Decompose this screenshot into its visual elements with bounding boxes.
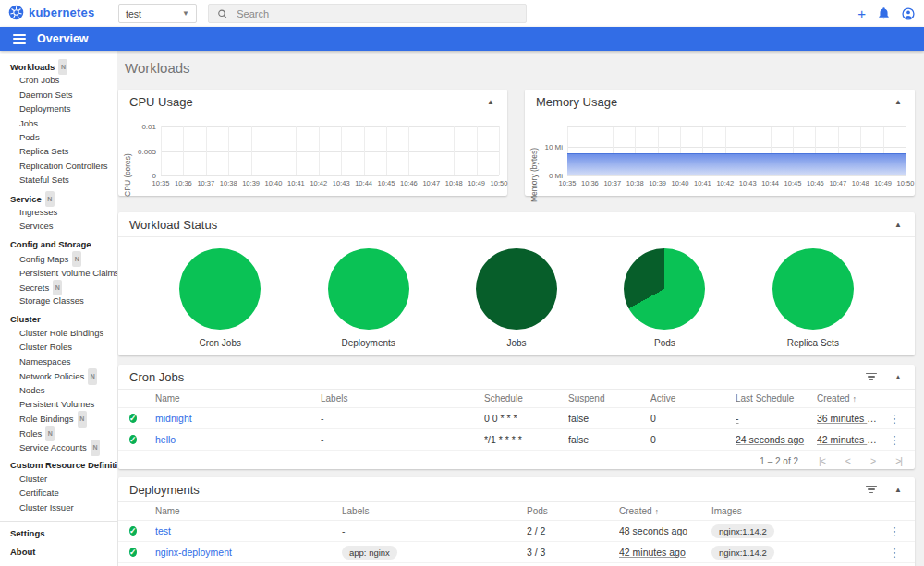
sidebar-item-deployments[interactable]: Deployments [0, 102, 117, 115]
column-header-name[interactable]: Name [155, 506, 342, 516]
deployments-card: Deployments ▲ NameLabelsPodsCreated↑Imag… [118, 477, 915, 566]
sidebar-item-cluster[interactable]: Cluster [0, 472, 117, 486]
sidebar-item-roles[interactable]: RolesN [0, 426, 117, 440]
sidebar-item-network-policies[interactable]: Network PoliciesN [0, 368, 117, 382]
sidebar-item-label: Daemon Sets [19, 90, 73, 100]
sidebar-item-certificate[interactable]: Certificate [0, 486, 117, 500]
collapse-up-icon[interactable]: ▲ [893, 219, 904, 231]
sidebar-item-pods[interactable]: Pods [0, 130, 117, 144]
table-row: ✓hello-*/1 * * * *false024 seconds ago42… [118, 429, 915, 451]
topbar-actions: + [857, 0, 915, 27]
sidebar-section-service[interactable]: ServiceN [0, 191, 117, 205]
sidebar-item-jobs[interactable]: Jobs [0, 116, 117, 130]
sidebar-item-cluster-roles[interactable]: Cluster Roles [0, 340, 117, 354]
x-tick-label: 10:38 [626, 179, 644, 187]
filter-icon[interactable] [865, 373, 878, 381]
created-cell: 42 minutes ago [619, 547, 711, 558]
cpu-y-axis-label: CPU (cores) [117, 152, 152, 199]
sidebar-item-stateful-sets[interactable]: Stateful Sets [0, 173, 117, 187]
sidebar-item-cluster-issuer[interactable]: Cluster Issuer [0, 500, 117, 514]
search-bar[interactable] [208, 4, 527, 23]
sidebar-item-role-bindings[interactable]: Role BindingsN [0, 411, 117, 425]
menu-hamburger-icon[interactable] [13, 34, 26, 44]
column-header-last-schedule[interactable]: Last Schedule [736, 393, 817, 403]
sidebar-item-secrets[interactable]: SecretsN [0, 280, 117, 294]
x-tick-label: 10:49 [874, 179, 892, 187]
workload-status-card-header: Workload Status ▲ [118, 212, 915, 237]
pie-chart-jobs[interactable] [476, 248, 557, 330]
column-header-active[interactable]: Active [650, 393, 736, 403]
sidebar-section-cluster[interactable]: Cluster [0, 312, 117, 326]
sidebar-item-nodes[interactable]: Nodes [0, 383, 117, 397]
sidebar-item-storage-classes[interactable]: Storage Classes [0, 294, 117, 307]
sidebar-item-cluster-role-bindings[interactable]: Cluster Role Bindings [0, 326, 117, 340]
sidebar-section-workloads[interactable]: WorkloadsN [0, 59, 117, 73]
row-menu-kebab-icon[interactable]: ⋮ [885, 546, 904, 560]
notifications-bell-icon[interactable] [878, 7, 890, 19]
previous-page-button[interactable]: < [845, 455, 850, 466]
sidebar-item-persistent-volumes[interactable]: Persistent Volumes [0, 397, 117, 411]
x-tick-label: 10:47 [422, 179, 440, 187]
sidebar-section-config-and-storage[interactable]: Config and Storage [0, 237, 117, 251]
filter-icon[interactable] [865, 486, 878, 494]
sidebar-item-label: Secrets [19, 283, 49, 293]
create-resource-button[interactable]: + [857, 6, 866, 20]
workload-status-deployments: Deployments [294, 248, 442, 355]
column-header-schedule[interactable]: Schedule [484, 393, 568, 403]
gridline-vertical [408, 126, 409, 175]
sidebar-item-replica-sets[interactable]: Replica Sets [0, 144, 117, 158]
sidebar-item-service-accounts[interactable]: Service AccountsN [0, 440, 117, 453]
collapse-up-icon[interactable]: ▲ [893, 96, 904, 108]
column-header-created[interactable]: Created↑ [619, 506, 711, 516]
column-header-pods[interactable]: Pods [527, 506, 619, 516]
user-account-icon[interactable] [902, 7, 915, 20]
page-breadcrumb-title: Overview [37, 32, 89, 45]
collapse-up-icon[interactable]: ▲ [893, 371, 904, 383]
sidebar-item-label: Cron Jobs [19, 75, 59, 85]
row-menu-kebab-icon[interactable]: ⋮ [885, 433, 904, 447]
row-menu-kebab-icon[interactable]: ⋮ [885, 524, 904, 538]
kubernetes-logo[interactable]: kubernetes [8, 5, 94, 20]
sidebar-item-namespaces[interactable]: Namespaces [0, 355, 117, 368]
deployments-card-header: Deployments ▲ [118, 477, 915, 502]
sidebar-item-daemon-sets[interactable]: Daemon Sets [0, 88, 117, 102]
sidebar-item-ingresses[interactable]: Ingresses [0, 205, 117, 219]
deployment-link-nginx-deployment[interactable]: nginx-deployment [155, 547, 232, 558]
sidebar-item-settings[interactable]: Settings [0, 526, 117, 540]
column-header-labels[interactable]: Labels [321, 393, 484, 403]
namespaced-badge: N [91, 440, 100, 455]
x-tick-label: 10:43 [739, 179, 757, 187]
column-header-created[interactable]: Created↑ [817, 393, 885, 403]
collapse-up-icon[interactable]: ▲ [893, 484, 904, 496]
namespace-selector[interactable]: test ▼ [118, 4, 197, 23]
column-header-labels[interactable]: Labels [342, 506, 527, 516]
column-header-images[interactable]: Images [711, 506, 885, 516]
cron-jobs-title: Cron Jobs [129, 370, 865, 384]
first-page-button[interactable]: |< [819, 455, 825, 466]
column-header-name[interactable]: Name [155, 393, 321, 403]
gridline-vertical [183, 126, 184, 175]
deployments-title: Deployments [129, 483, 865, 497]
sidebar-item-config-maps[interactable]: Config MapsN [0, 251, 117, 265]
pie-chart-replica-sets[interactable] [772, 248, 854, 330]
column-header-suspend[interactable]: Suspend [568, 393, 650, 403]
deployment-link-test[interactable]: test [155, 525, 171, 536]
sidebar-item-persistent-volume-claims[interactable]: Persistent Volume ClaimsN [0, 265, 117, 279]
pie-chart-deployments[interactable] [328, 248, 409, 330]
sidebar-section-custom-resource-definitions[interactable]: Custom Resource Definitions [0, 458, 117, 472]
cron-job-link-midnight[interactable]: midnight [155, 413, 192, 424]
sidebar-item-cron-jobs[interactable]: Cron Jobs [0, 73, 117, 87]
search-input[interactable] [237, 8, 517, 19]
last-page-button[interactable]: >| [895, 455, 902, 466]
pie-chart-label: Cron Jobs [199, 338, 241, 348]
cron-job-link-hello[interactable]: hello [155, 434, 176, 445]
next-page-button[interactable]: > [870, 455, 875, 466]
sidebar-item-replication-controllers[interactable]: Replication Controllers [0, 159, 117, 173]
sidebar-item-services[interactable]: Services [0, 219, 117, 233]
pie-chart-pods[interactable] [624, 248, 705, 330]
gridline-vertical [341, 126, 342, 175]
pie-chart-cron-jobs[interactable] [179, 248, 261, 330]
collapse-up-icon[interactable]: ▲ [485, 96, 496, 108]
sidebar-item-about[interactable]: About [0, 545, 117, 559]
row-menu-kebab-icon[interactable]: ⋮ [885, 412, 904, 426]
